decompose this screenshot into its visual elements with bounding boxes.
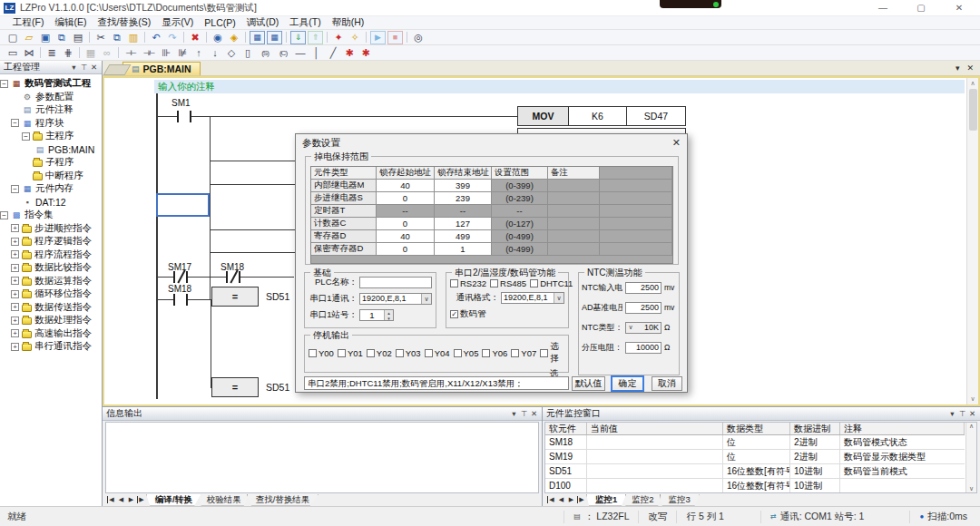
panel-pin-icon[interactable]: ⊤ [957,409,967,418]
latch-end-s[interactable]: 239 [435,192,492,205]
grid-toggle-icon[interactable]: ▦ [83,46,99,60]
dialog-title-bar[interactable]: 参数设置 ✕ [296,134,687,151]
y07-checkbox[interactable]: Y07 [511,348,536,358]
tree-item-instruction-set[interactable]: −▩指令集 [0,209,102,222]
expander-icon[interactable]: + [11,277,19,285]
save-icon[interactable]: ▣ [37,31,54,44]
close-button[interactable]: ✕ [940,0,978,15]
tree-item-sub-program[interactable]: 子程序 [0,156,102,170]
expander-icon[interactable]: + [11,317,19,325]
latch-start-c[interactable]: 0 [377,218,435,230]
tree-item-shift-instructions[interactable]: +循环移位指令 [0,287,102,301]
contact-label-sm18b[interactable]: SM18 [168,284,191,294]
chevron-down-icon[interactable]: ∨ [554,293,564,303]
menu-project[interactable]: 工程(F) [7,16,49,29]
expander-icon[interactable]: − [11,119,19,127]
print-icon[interactable]: ▤ [70,31,86,44]
scroll-down-icon[interactable]: ∨ [970,395,975,403]
contact-closed-icon[interactable]: ⊣/⊢ [140,46,158,60]
panel-collapse-icon[interactable]: ▾ [69,63,79,72]
parallel-closed-icon[interactable]: ⊯ [174,46,191,60]
latch-start-sd[interactable]: 0 [377,243,435,256]
minimize-button[interactable]: — [864,0,902,15]
menu-edit[interactable]: 编辑(E) [49,16,92,29]
tree-item-device-comment[interactable]: ▤元件注释 [0,103,102,117]
menu-view[interactable]: 显示(V) [156,16,199,29]
rs232-checkbox[interactable]: RS232 [450,278,486,288]
row-insert-icon[interactable]: ≣ [44,46,60,60]
y00-checkbox[interactable]: Y00 [309,348,334,358]
latch-end-m[interactable]: 399 [435,180,492,192]
latch-start-d[interactable]: 40 [377,230,435,243]
com1-format-select[interactable]: 19200,E,8,1 ∨ [359,293,432,305]
expander-icon[interactable]: − [0,80,8,88]
panel-pin-icon[interactable]: ⊤ [79,63,89,72]
nav-prev-icon[interactable]: ◀ [556,496,566,503]
edge-falling-icon[interactable]: ↓ [207,46,223,60]
rs485-checkbox[interactable]: RS485 [490,278,526,288]
com1-station-stepper[interactable]: 1 ▴▾ [359,309,394,321]
monitor-icon[interactable]: ◎ [410,31,426,44]
function-block-icon[interactable]: ▯ [240,46,256,60]
monitor-row-sm19[interactable]: SM19 位 2进制 数码管显示数据类型 [545,450,965,464]
tab-monitor3[interactable]: 监控3 [660,494,700,506]
expander-icon[interactable]: − [22,132,30,141]
compare-operand-2[interactable]: SD51 [266,382,289,393]
tree-item-project-root[interactable]: −▦数码管测试工程 [0,77,102,91]
panel-close-icon[interactable]: ✕ [89,63,99,72]
stop-icon[interactable]: ■ [387,31,403,44]
write-plc-icon[interactable]: ▦ [267,31,282,44]
tree-item-program-block[interactable]: −▦程序块 [0,117,102,131]
rung-comment[interactable]: 输入你的注释 [154,80,965,93]
menu-tools[interactable]: 工具(T) [284,16,326,29]
default-button[interactable]: 默认值 [572,376,605,391]
compare-operand-1[interactable]: SD51 [266,291,289,302]
nav-prev-icon[interactable]: ◀ [116,496,126,503]
expander-icon[interactable]: + [11,238,19,246]
compile-all-icon[interactable]: ✧ [347,31,363,44]
monitor-row-d100[interactable]: D100 16位整数[有符号] 10进制 [545,479,965,493]
scroll-up-icon[interactable]: ∧ [969,423,974,430]
dhtc11-checkbox[interactable]: DHTC11 [530,278,573,288]
tab-check-result[interactable]: 校验结果 [198,494,250,506]
panel-close-icon[interactable]: ✕ [529,409,539,418]
y01-checkbox[interactable]: Y01 [338,348,363,358]
upload-plc-icon[interactable]: ⇑ [308,31,323,44]
nav-first-icon[interactable]: ◀ [107,496,115,503]
panel-pin-icon[interactable]: ⊤ [519,409,529,418]
latch-end-sd[interactable]: 1 [435,243,492,256]
reset-coil-icon[interactable]: (C) [274,46,292,60]
y02-checkbox[interactable]: Y02 [367,348,392,358]
new-icon[interactable]: ▢ [5,31,21,44]
download-plc-icon[interactable]: ⇓ [290,31,306,44]
plc-name-field[interactable] [359,277,432,288]
expander-icon[interactable]: + [11,303,19,311]
line-delete-icon[interactable]: ╱ [325,46,341,60]
undo-icon[interactable]: ↶ [148,31,164,44]
tab-list-icon[interactable]: ▾ [956,63,960,73]
copy-icon[interactable]: ⧉ [109,31,125,44]
nav-next-icon[interactable]: ▶ [566,496,576,503]
edge-rising-icon[interactable]: ↑ [191,46,207,60]
compare-block-1[interactable]: = [211,287,259,307]
nav-next-icon[interactable]: ▶ [126,496,136,503]
expander-icon[interactable]: + [11,264,19,272]
tree-item-transfer-instructions[interactable]: +数据传送指令 [0,301,102,315]
panel-close-icon[interactable]: ✕ [967,409,977,418]
expander-icon[interactable]: + [11,290,19,298]
scroll-down-icon[interactable]: ∨ [969,485,974,492]
tree-item-logic-instructions[interactable]: +程序逻辑指令 [0,235,102,248]
tab-monitor2[interactable]: 监控2 [622,494,662,506]
compare-block-2[interactable]: = [211,377,259,397]
y05-checkbox[interactable]: Y05 [454,348,479,358]
nav-last-icon[interactable]: ▶ [577,496,585,503]
contact-label-sm1[interactable]: SM1 [172,98,191,108]
contact-sm18-no[interactable] [173,294,188,306]
expander-icon[interactable]: − [0,211,8,219]
h-line-icon[interactable]: — [292,46,309,60]
tab-pgb-main[interactable]: ▤ PGB:MAIN [122,62,201,75]
read-plc-icon[interactable]: ▦ [250,31,265,44]
select-row1-checkbox[interactable]: 选择 [540,341,565,365]
frame-draw-icon[interactable]: ▭ [5,46,21,60]
cut-icon[interactable]: ✂ [93,31,109,44]
